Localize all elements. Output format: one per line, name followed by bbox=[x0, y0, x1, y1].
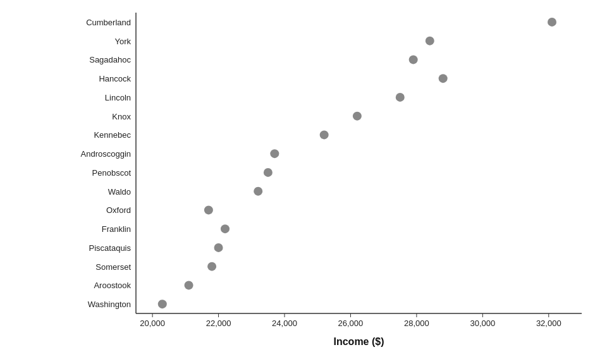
data-point bbox=[320, 130, 329, 139]
svg-text:24,000: 24,000 bbox=[272, 318, 297, 328]
county-label: Androscoggin bbox=[81, 149, 132, 159]
county-label: Knox bbox=[112, 112, 131, 121]
county-label: Lincoln bbox=[105, 93, 131, 102]
county-label: Waldo bbox=[108, 187, 131, 197]
svg-text:Income ($): Income ($) bbox=[333, 336, 384, 347]
data-point bbox=[426, 37, 434, 46]
data-point bbox=[214, 243, 223, 252]
county-label: Piscataquis bbox=[89, 243, 132, 253]
data-point bbox=[353, 112, 362, 121]
county-label: Somerset bbox=[95, 262, 131, 272]
data-point bbox=[221, 224, 230, 233]
svg-text:26,000: 26,000 bbox=[338, 318, 364, 328]
data-point bbox=[185, 281, 193, 289]
county-label: Kennebec bbox=[94, 130, 131, 140]
svg-text:28,000: 28,000 bbox=[404, 318, 429, 328]
county-label: York bbox=[114, 37, 131, 46]
county-label: Hancock bbox=[99, 74, 131, 83]
scatter-chart: 20,00022,00024,00026,00028,00030,00032,0… bbox=[0, 0, 607, 364]
county-label: Washington bbox=[88, 300, 131, 309]
county-label: Aroostook bbox=[94, 281, 131, 290]
county-label: Cumberland bbox=[86, 18, 131, 27]
chart-container: 20,00022,00024,00026,00028,00030,00032,0… bbox=[0, 0, 607, 364]
data-point bbox=[207, 262, 216, 271]
data-point bbox=[264, 168, 273, 177]
svg-text:22,000: 22,000 bbox=[206, 318, 231, 328]
data-point bbox=[254, 187, 262, 196]
county-label: Penobscot bbox=[92, 168, 132, 178]
data-point bbox=[409, 55, 418, 64]
county-label: Oxford bbox=[106, 205, 131, 215]
data-point bbox=[439, 74, 448, 83]
data-point bbox=[158, 300, 167, 308]
svg-text:20,000: 20,000 bbox=[140, 318, 165, 328]
svg-text:30,000: 30,000 bbox=[470, 318, 495, 328]
data-point bbox=[270, 149, 279, 158]
svg-text:32,000: 32,000 bbox=[536, 318, 561, 328]
county-label: Sagadahoc bbox=[89, 55, 131, 64]
data-point bbox=[548, 18, 556, 27]
county-label: Franklin bbox=[102, 224, 131, 234]
data-point bbox=[204, 205, 213, 214]
data-point bbox=[396, 93, 405, 102]
